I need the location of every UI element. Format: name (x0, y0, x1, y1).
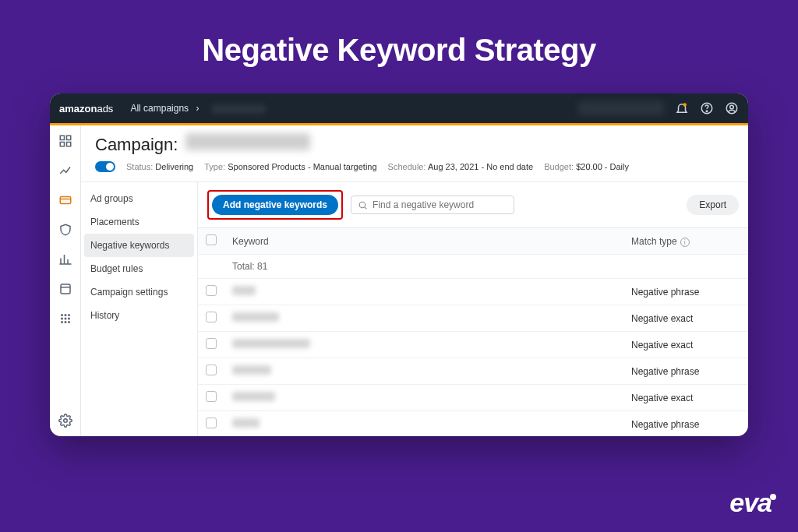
export-button[interactable]: Export (687, 195, 739, 215)
table-row[interactable]: Negative exact (198, 305, 748, 332)
select-all-checkbox[interactable] (206, 234, 217, 245)
search-input-wrapper[interactable] (351, 196, 514, 214)
svg-point-20 (63, 419, 67, 423)
svg-point-11 (61, 314, 63, 316)
match-type-cell: Negative exact (623, 305, 748, 332)
status-label: Status: (126, 162, 153, 171)
status-toggle[interactable] (95, 161, 115, 172)
keyword-redacted (232, 418, 260, 428)
subnav-ad-groups[interactable]: Ad groups (81, 187, 197, 210)
subnav-negative-keywords[interactable]: Negative keywords (84, 234, 194, 257)
svg-point-0 (683, 103, 687, 107)
subnav-budget-rules[interactable]: Budget rules (81, 257, 197, 280)
keywords-table: Keyword Match typei Total: 81 (198, 227, 748, 436)
keyword-redacted (232, 392, 275, 401)
svg-point-4 (730, 105, 734, 109)
svg-rect-8 (66, 143, 70, 146)
match-type-cell: Negative phrase (623, 279, 748, 305)
breadcrumb-campaign-redacted (211, 104, 266, 114)
row-checkbox[interactable] (206, 312, 217, 322)
info-icon[interactable]: i (680, 238, 690, 247)
type-value: Sponsored Products - Manual targeting (228, 162, 376, 171)
campaign-name-redacted (185, 133, 310, 150)
keyword-redacted (232, 286, 256, 295)
breadcrumb[interactable]: All campaigns › (130, 103, 265, 114)
campaign-label: Campaign: (95, 135, 178, 155)
trend-icon[interactable] (58, 163, 73, 178)
table-row[interactable]: Negative phrase (198, 279, 748, 305)
svg-point-16 (68, 318, 70, 320)
account-name-redacted (578, 101, 664, 115)
svg-rect-5 (60, 136, 64, 139)
svg-rect-9 (60, 197, 71, 204)
keyword-redacted (232, 365, 271, 375)
dashboard-icon[interactable] (58, 133, 73, 149)
row-checkbox[interactable] (206, 285, 217, 296)
bell-icon[interactable] (675, 101, 689, 115)
row-checkbox[interactable] (206, 365, 217, 375)
match-type-cell: Negative exact (623, 332, 748, 358)
budget-value: $20.00 - Daily (576, 162, 629, 171)
svg-point-14 (61, 318, 63, 320)
campaign-subnav: Ad groups Placements Negative keywords B… (81, 182, 198, 436)
match-type-cell: Negative exact (623, 385, 748, 411)
table-row[interactable]: Negative exact (198, 385, 748, 411)
search-input[interactable] (373, 199, 507, 210)
type-label: Type: (204, 162, 225, 171)
keyword-redacted (232, 339, 310, 348)
status-value: Delivering (155, 162, 193, 171)
shield-icon[interactable] (58, 222, 73, 238)
schedule-label: Schedule: (388, 162, 426, 171)
subnav-placements[interactable]: Placements (81, 210, 197, 234)
match-type-cell: Negative phrase (623, 358, 748, 385)
help-icon[interactable] (700, 101, 714, 115)
svg-point-21 (359, 202, 365, 208)
app-window: amazonads All campaigns › (50, 93, 748, 436)
budget-label: Budget: (544, 162, 574, 171)
table-row[interactable]: Negative phrase (198, 358, 748, 385)
total-count: Total: 81 (224, 255, 623, 279)
svg-point-18 (64, 321, 66, 323)
svg-point-19 (68, 321, 70, 323)
top-bar: amazonads All campaigns › (50, 93, 748, 123)
svg-rect-10 (61, 284, 70, 294)
brand-logo: amazonads (59, 103, 113, 115)
campaign-header: Campaign: Status: Delivering Type: Spons… (81, 125, 748, 177)
svg-rect-6 (66, 136, 70, 139)
library-icon[interactable] (58, 281, 73, 297)
schedule-value: Aug 23, 2021 - No end date (428, 162, 533, 171)
svg-point-2 (706, 111, 708, 112)
svg-rect-7 (60, 143, 64, 146)
subnav-history[interactable]: History (81, 304, 197, 327)
column-match-type[interactable]: Match typei (623, 228, 748, 255)
table-row[interactable]: Negative phrase (198, 411, 748, 437)
svg-point-17 (61, 321, 63, 323)
svg-point-12 (64, 314, 66, 316)
row-checkbox[interactable] (206, 338, 217, 349)
svg-point-15 (64, 318, 66, 320)
search-icon (358, 200, 368, 210)
icon-rail (50, 125, 81, 436)
column-keyword[interactable]: Keyword (224, 228, 623, 255)
match-type-cell: Negative phrase (623, 411, 748, 437)
campaigns-icon[interactable] (58, 192, 73, 208)
svg-point-13 (68, 314, 70, 316)
chart-icon[interactable] (58, 252, 73, 267)
row-checkbox[interactable] (206, 417, 217, 428)
gear-icon[interactable] (58, 413, 73, 428)
keyword-redacted (232, 312, 279, 322)
apps-icon[interactable] (58, 311, 73, 326)
profile-icon[interactable] (725, 101, 739, 115)
eva-logo: eva (729, 488, 776, 518)
row-checkbox[interactable] (206, 391, 217, 402)
callout-highlight: Add negative keywords (207, 190, 343, 220)
table-row[interactable]: Negative exact (198, 332, 748, 358)
subnav-campaign-settings[interactable]: Campaign settings (81, 280, 197, 304)
add-negative-keywords-button[interactable]: Add negative keywords (212, 195, 338, 215)
slide-title: Negative Keyword Strategy (0, 0, 798, 68)
